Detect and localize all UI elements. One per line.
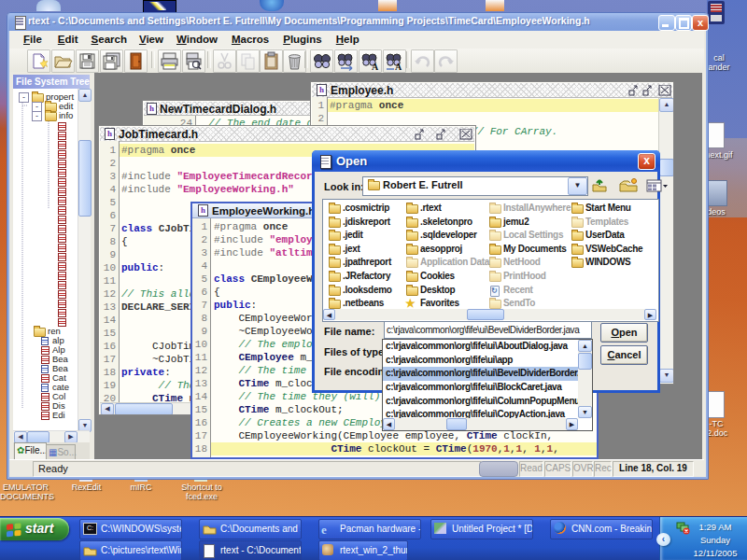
svg-text:A: A	[395, 62, 402, 72]
svg-text:A: A	[372, 62, 379, 72]
